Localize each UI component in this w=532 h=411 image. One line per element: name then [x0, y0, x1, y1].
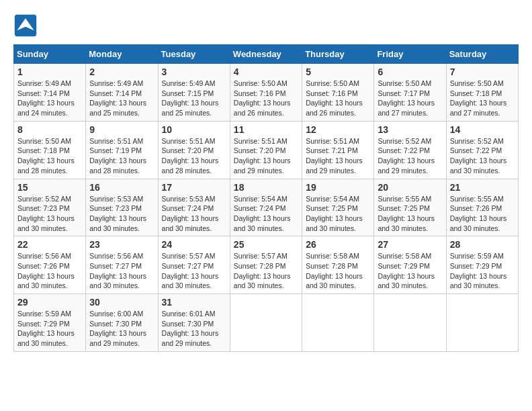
day-detail: Sunrise: 5:52 AMSunset: 7:22 PMDaylight:…: [378, 136, 442, 176]
day-detail: Sunrise: 5:50 AMSunset: 7:18 PMDaylight:…: [17, 136, 82, 176]
calendar-cell: 4Sunrise: 5:50 AMSunset: 7:16 PMDaylight…: [230, 64, 302, 122]
day-number: 13: [378, 124, 442, 135]
calendar-cell: 2Sunrise: 5:49 AMSunset: 7:14 PMDaylight…: [86, 64, 158, 122]
day-detail: Sunrise: 5:54 AMSunset: 7:24 PMDaylight:…: [234, 194, 298, 234]
calendar-cell: 5Sunrise: 5:50 AMSunset: 7:16 PMDaylight…: [302, 64, 374, 122]
day-detail: Sunrise: 5:57 AMSunset: 7:28 PMDaylight:…: [234, 251, 298, 291]
day-number: 12: [306, 124, 370, 135]
day-number: 24: [162, 239, 226, 250]
calendar-cell: 12Sunrise: 5:51 AMSunset: 7:21 PMDayligh…: [302, 121, 374, 179]
calendar-cell: 24Sunrise: 5:57 AMSunset: 7:27 PMDayligh…: [158, 236, 230, 294]
calendar-cell: [446, 294, 518, 352]
day-detail: Sunrise: 5:49 AMSunset: 7:14 PMDaylight:…: [89, 79, 154, 118]
calendar-row: 15Sunrise: 5:52 AMSunset: 7:23 PMDayligh…: [14, 179, 519, 236]
day-number: 15: [17, 182, 82, 193]
day-number: 27: [378, 239, 442, 250]
calendar-cell: 7Sunrise: 5:50 AMSunset: 7:18 PMDaylight…: [446, 64, 518, 122]
day-detail: Sunrise: 5:58 AMSunset: 7:28 PMDaylight:…: [306, 251, 370, 291]
logo-icon: [13, 13, 38, 38]
calendar-table: SundayMondayTuesdayWednesdayThursdayFrid…: [13, 44, 519, 352]
day-number: 4: [234, 66, 298, 77]
calendar-row: 22Sunrise: 5:56 AMSunset: 7:26 PMDayligh…: [14, 236, 519, 294]
day-number: 14: [450, 124, 515, 135]
day-number: 2: [89, 66, 154, 77]
day-detail: Sunrise: 5:59 AMSunset: 7:29 PMDaylight:…: [450, 251, 515, 291]
day-number: 1: [17, 66, 82, 77]
day-detail: Sunrise: 5:50 AMSunset: 7:16 PMDaylight:…: [234, 79, 298, 118]
calendar-cell: 15Sunrise: 5:52 AMSunset: 7:23 PMDayligh…: [14, 179, 86, 236]
day-detail: Sunrise: 5:55 AMSunset: 7:25 PMDaylight:…: [378, 194, 442, 234]
calendar-cell: 13Sunrise: 5:52 AMSunset: 7:22 PMDayligh…: [374, 121, 446, 179]
day-number: 18: [234, 182, 298, 193]
calendar-row: 8Sunrise: 5:50 AMSunset: 7:18 PMDaylight…: [14, 121, 519, 179]
day-number: 3: [162, 66, 226, 77]
day-detail: Sunrise: 5:54 AMSunset: 7:25 PMDaylight:…: [306, 194, 370, 234]
day-detail: Sunrise: 5:51 AMSunset: 7:20 PMDaylight:…: [234, 136, 298, 176]
day-number: 25: [234, 239, 298, 250]
day-detail: Sunrise: 5:53 AMSunset: 7:23 PMDaylight:…: [89, 194, 154, 234]
day-detail: Sunrise: 5:56 AMSunset: 7:26 PMDaylight:…: [17, 251, 82, 291]
day-of-week-header: Thursday: [302, 45, 374, 64]
calendar-cell: 11Sunrise: 5:51 AMSunset: 7:20 PMDayligh…: [230, 121, 302, 179]
day-number: 21: [450, 182, 515, 193]
calendar-cell: 18Sunrise: 5:54 AMSunset: 7:24 PMDayligh…: [230, 179, 302, 236]
day-number: 23: [89, 239, 154, 250]
calendar-cell: [374, 294, 446, 352]
calendar-cell: 8Sunrise: 5:50 AMSunset: 7:18 PMDaylight…: [14, 121, 86, 179]
calendar-row: 1Sunrise: 5:49 AMSunset: 7:14 PMDaylight…: [14, 64, 519, 122]
calendar-cell: 29Sunrise: 5:59 AMSunset: 7:29 PMDayligh…: [14, 294, 86, 352]
day-number: 28: [450, 239, 515, 250]
calendar-cell: 30Sunrise: 6:00 AMSunset: 7:30 PMDayligh…: [86, 294, 158, 352]
day-detail: Sunrise: 5:57 AMSunset: 7:27 PMDaylight:…: [162, 251, 226, 291]
calendar-cell: 31Sunrise: 6:01 AMSunset: 7:30 PMDayligh…: [158, 294, 230, 352]
day-number: 19: [306, 182, 370, 193]
calendar-row: 29Sunrise: 5:59 AMSunset: 7:29 PMDayligh…: [14, 294, 519, 352]
day-detail: Sunrise: 5:59 AMSunset: 7:29 PMDaylight:…: [17, 309, 82, 349]
calendar-cell: 28Sunrise: 5:59 AMSunset: 7:29 PMDayligh…: [446, 236, 518, 294]
calendar-cell: [302, 294, 374, 352]
day-detail: Sunrise: 5:52 AMSunset: 7:22 PMDaylight:…: [450, 136, 515, 176]
day-of-week-header: Sunday: [14, 45, 86, 64]
day-detail: Sunrise: 5:49 AMSunset: 7:14 PMDaylight:…: [17, 79, 82, 118]
day-detail: Sunrise: 5:53 AMSunset: 7:24 PMDaylight:…: [162, 194, 226, 234]
day-detail: Sunrise: 6:01 AMSunset: 7:30 PMDaylight:…: [162, 309, 226, 349]
day-detail: Sunrise: 5:50 AMSunset: 7:17 PMDaylight:…: [378, 79, 442, 118]
calendar-cell: 26Sunrise: 5:58 AMSunset: 7:28 PMDayligh…: [302, 236, 374, 294]
day-of-week-header: Saturday: [446, 45, 518, 64]
calendar-cell: 14Sunrise: 5:52 AMSunset: 7:22 PMDayligh…: [446, 121, 518, 179]
calendar-cell: 17Sunrise: 5:53 AMSunset: 7:24 PMDayligh…: [158, 179, 230, 236]
day-number: 31: [162, 297, 226, 308]
calendar-cell: 1Sunrise: 5:49 AMSunset: 7:14 PMDaylight…: [14, 64, 86, 122]
day-detail: Sunrise: 5:51 AMSunset: 7:21 PMDaylight:…: [306, 136, 370, 176]
calendar-cell: 21Sunrise: 5:55 AMSunset: 7:26 PMDayligh…: [446, 179, 518, 236]
day-number: 11: [234, 124, 298, 135]
calendar-cell: 16Sunrise: 5:53 AMSunset: 7:23 PMDayligh…: [86, 179, 158, 236]
day-number: 30: [89, 297, 154, 308]
calendar-cell: 25Sunrise: 5:57 AMSunset: 7:28 PMDayligh…: [230, 236, 302, 294]
day-number: 29: [17, 297, 82, 308]
calendar-cell: 23Sunrise: 5:56 AMSunset: 7:27 PMDayligh…: [86, 236, 158, 294]
day-detail: Sunrise: 5:50 AMSunset: 7:16 PMDaylight:…: [306, 79, 370, 118]
day-number: 22: [17, 239, 82, 250]
day-of-week-header: Tuesday: [158, 45, 230, 64]
day-number: 7: [450, 66, 515, 77]
logo: [13, 13, 42, 38]
day-of-week-header: Friday: [374, 45, 446, 64]
day-detail: Sunrise: 5:52 AMSunset: 7:23 PMDaylight:…: [17, 194, 82, 234]
day-detail: Sunrise: 5:49 AMSunset: 7:15 PMDaylight:…: [162, 79, 226, 118]
day-detail: Sunrise: 5:58 AMSunset: 7:29 PMDaylight:…: [378, 251, 442, 291]
day-number: 6: [378, 66, 442, 77]
day-number: 8: [17, 124, 82, 135]
page-header: [13, 13, 519, 38]
day-number: 9: [89, 124, 154, 135]
day-detail: Sunrise: 5:51 AMSunset: 7:20 PMDaylight:…: [162, 136, 226, 176]
day-number: 10: [162, 124, 226, 135]
day-number: 16: [89, 182, 154, 193]
calendar-cell: 3Sunrise: 5:49 AMSunset: 7:15 PMDaylight…: [158, 64, 230, 122]
day-detail: Sunrise: 5:55 AMSunset: 7:26 PMDaylight:…: [450, 194, 515, 234]
day-of-week-header: Wednesday: [230, 45, 302, 64]
calendar-cell: [230, 294, 302, 352]
calendar-cell: 19Sunrise: 5:54 AMSunset: 7:25 PMDayligh…: [302, 179, 374, 236]
day-number: 20: [378, 182, 442, 193]
day-detail: Sunrise: 5:50 AMSunset: 7:18 PMDaylight:…: [450, 79, 515, 118]
